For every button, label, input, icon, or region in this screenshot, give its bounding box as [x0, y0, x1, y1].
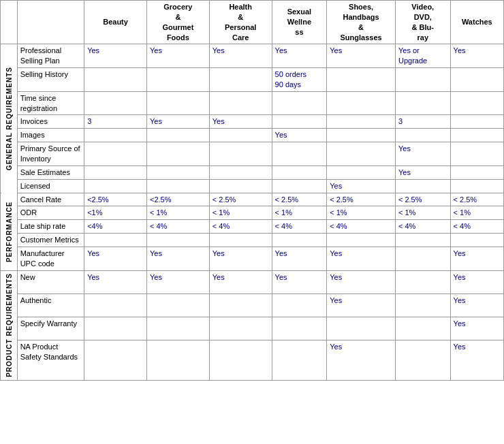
cell-odr-sexual: < 1% — [272, 206, 327, 220]
row-label: Images — [17, 129, 84, 142]
cell-sale-estimates-beauty — [84, 165, 147, 179]
col-header-video: Video,DVD,& Blu-ray — [395, 1, 450, 44]
cell-late-ship-rate-grocery: < 4% — [146, 220, 209, 234]
cell-manufacturer-upc-code-beauty: Yes — [84, 247, 147, 270]
cell-new-grocery: Yes — [146, 270, 209, 294]
cell-images-watches — [450, 129, 503, 142]
cell-na-product-safety-standards-grocery — [146, 340, 209, 381]
cell-na-product-safety-standards-shoes: Yes — [327, 340, 396, 381]
row-label: Professional Selling Plan — [17, 44, 84, 68]
row-label: Selling History — [17, 68, 84, 92]
cell-images-shoes — [327, 129, 396, 142]
section-label-1: PERFORMANCE — [1, 193, 18, 270]
cell-specify-warranty-sexual — [272, 317, 327, 340]
cell-time-since-registration-video — [395, 91, 450, 115]
cell-sale-estimates-shoes — [327, 165, 396, 179]
cell-invoices-watches — [450, 115, 503, 129]
cell-na-product-safety-standards-watches: Yes — [450, 340, 503, 381]
cell-primary-source-of-inventory-sexual — [272, 142, 327, 166]
cell-sale-estimates-grocery — [146, 165, 209, 179]
cell-images-beauty — [84, 129, 147, 142]
cell-authentic-health — [209, 294, 272, 317]
cell-cancel-rate-beauty: <2.5% — [84, 193, 147, 206]
cell-selling-history-grocery — [146, 68, 209, 92]
cell-manufacturer-upc-code-health: Yes — [209, 247, 272, 270]
cell-new-beauty: Yes — [84, 270, 147, 294]
cell-customer-metrics-health — [209, 234, 272, 247]
cell-images-health — [209, 129, 272, 142]
section-label-0: GENERAL REQUIREMENTS — [1, 44, 18, 193]
cell-customer-metrics-beauty — [84, 234, 147, 247]
cell-sale-estimates-health — [209, 165, 272, 179]
cell-licensed-watches — [450, 179, 503, 193]
section-label-2: PRODUCT REQUIREMENTS — [1, 270, 18, 381]
cell-odr-shoes: < 1% — [327, 206, 396, 220]
row-label: Customer Metrics — [17, 234, 84, 247]
cell-authentic-shoes: Yes — [327, 294, 396, 317]
col-header-grocery: Grocery&GourmetFoods — [146, 1, 209, 44]
cell-images-video — [395, 129, 450, 142]
cell-licensed-sexual — [272, 179, 327, 193]
cell-cancel-rate-sexual: < 2.5% — [272, 193, 327, 206]
cell-professional-selling-plan-shoes: Yes — [327, 44, 396, 68]
cell-licensed-grocery — [146, 179, 209, 193]
cell-primary-source-of-inventory-video: Yes — [395, 142, 450, 166]
cell-time-since-registration-health — [209, 91, 272, 115]
cell-odr-video: < 1% — [395, 206, 450, 220]
cell-cancel-rate-shoes: < 2.5% — [327, 193, 396, 206]
cell-manufacturer-upc-code-watches: Yes — [450, 247, 503, 270]
cell-images-grocery — [146, 129, 209, 142]
cell-authentic-beauty — [84, 294, 147, 317]
cell-authentic-watches: Yes — [450, 294, 503, 317]
cell-customer-metrics-sexual — [272, 234, 327, 247]
cell-licensed-beauty — [84, 179, 147, 193]
cell-odr-watches: < 1% — [450, 206, 503, 220]
cell-authentic-sexual — [272, 294, 327, 317]
cell-invoices-shoes — [327, 115, 396, 129]
cell-time-since-registration-shoes — [327, 91, 396, 115]
cell-authentic-video — [395, 294, 450, 317]
cell-na-product-safety-standards-beauty — [84, 340, 147, 381]
cell-authentic-grocery — [146, 294, 209, 317]
cell-licensed-video — [395, 179, 450, 193]
cell-cancel-rate-health: < 2.5% — [209, 193, 272, 206]
cell-licensed-shoes: Yes — [327, 179, 396, 193]
cell-new-health: Yes — [209, 270, 272, 294]
cell-late-ship-rate-health: < 4% — [209, 220, 272, 234]
cell-manufacturer-upc-code-sexual: Yes — [272, 247, 327, 270]
cell-professional-selling-plan-beauty: Yes — [84, 44, 147, 68]
row-label: Cancel Rate — [17, 193, 84, 206]
row-label: ODR — [17, 206, 84, 220]
row-label: Licensed — [17, 179, 84, 193]
row-label: Authentic — [17, 294, 84, 317]
cell-specify-warranty-watches: Yes — [450, 317, 503, 340]
col-header-shoes: Shoes,Handbags&Sunglasses — [327, 1, 396, 44]
row-label: Invoices — [17, 115, 84, 129]
cell-primary-source-of-inventory-beauty — [84, 142, 147, 166]
cell-primary-source-of-inventory-health — [209, 142, 272, 166]
cell-manufacturer-upc-code-video — [395, 247, 450, 270]
cell-primary-source-of-inventory-shoes — [327, 142, 396, 166]
cell-odr-grocery: < 1% — [146, 206, 209, 220]
row-label: Manufacturer UPC code — [17, 247, 84, 270]
cell-professional-selling-plan-health: Yes — [209, 44, 272, 68]
cell-specify-warranty-video — [395, 317, 450, 340]
col-header-health: Health&PersonalCare — [209, 1, 272, 44]
corner-row-space — [17, 1, 84, 44]
cell-invoices-video: 3 — [395, 115, 450, 129]
row-label: Primary Source of Inventory — [17, 142, 84, 166]
cell-invoices-beauty: 3 — [84, 115, 147, 129]
cell-customer-metrics-grocery — [146, 234, 209, 247]
cell-selling-history-shoes — [327, 68, 396, 92]
cell-manufacturer-upc-code-grocery: Yes — [146, 247, 209, 270]
cell-new-watches: Yes — [450, 270, 503, 294]
cell-selling-history-video — [395, 68, 450, 92]
cell-odr-beauty: <1% — [84, 206, 147, 220]
cell-invoices-sexual — [272, 115, 327, 129]
cell-invoices-health: Yes — [209, 115, 272, 129]
cell-professional-selling-plan-watches: Yes — [450, 44, 503, 68]
cell-late-ship-rate-shoes: < 4% — [327, 220, 396, 234]
cell-professional-selling-plan-video: Yes or Upgrade — [395, 44, 450, 68]
cell-late-ship-rate-sexual: < 4% — [272, 220, 327, 234]
cell-selling-history-watches — [450, 68, 503, 92]
